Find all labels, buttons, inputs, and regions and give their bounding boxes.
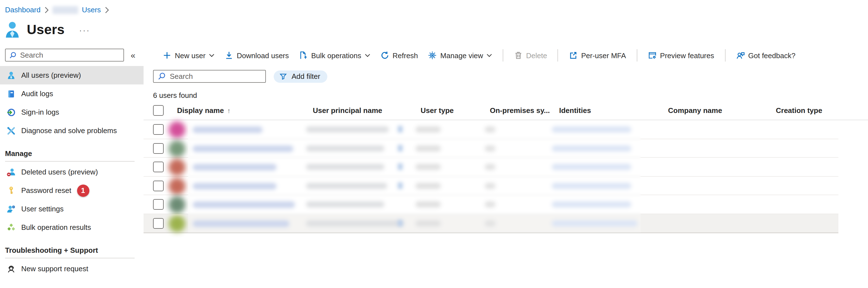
per-user-mfa-button[interactable]: Per-user MFA [564, 47, 631, 64]
add-filter-button[interactable]: Add filter [274, 70, 328, 83]
row-checkbox[interactable] [153, 124, 164, 135]
redacted-user-principal-name [306, 182, 387, 189]
main-content: New user Download users [144, 43, 868, 278]
avatar [169, 177, 185, 194]
row-checkbox[interactable] [153, 143, 164, 153]
redacted-identities-link[interactable] [552, 145, 631, 151]
sidebar-item-diagnose[interactable]: Diagnose and solve problems [0, 121, 144, 140]
avatar [169, 215, 185, 232]
redacted-on-premises-value [485, 182, 495, 189]
diagnose-icon [7, 126, 16, 135]
download-icon [224, 51, 234, 60]
redacted-identities-link[interactable] [552, 164, 631, 170]
preview-features-icon [648, 51, 657, 60]
redacted-identities-link[interactable] [552, 220, 637, 226]
bulk-operations-button[interactable]: Bulk operations [294, 47, 375, 64]
sidebar-item-sign-in-logs[interactable]: Sign-in logs [0, 103, 144, 121]
breadcrumb-dashboard-link[interactable]: Dashboard [5, 6, 40, 14]
redacted-identities-link[interactable] [552, 182, 631, 189]
sidebar-item-all-users[interactable]: All users (preview) [0, 66, 144, 84]
sidebar-item-label: Audit logs [21, 89, 53, 98]
row-checkbox[interactable] [153, 180, 164, 191]
delete-button[interactable]: Delete [509, 47, 552, 64]
sidebar-item-password-reset[interactable]: Password reset 1 [0, 181, 144, 200]
column-header-creation-type[interactable]: Creation type [776, 106, 822, 115]
sidebar-item-bulk-operation-results[interactable]: Bulk operation results [0, 218, 144, 236]
redacted-user-principal-name [306, 201, 384, 207]
collapse-sidebar-button[interactable]: « [131, 50, 135, 60]
redacted-user-type [415, 220, 441, 226]
column-header-company-name[interactable]: Company name [668, 106, 722, 115]
deleted-user-icon [7, 168, 16, 176]
preview-features-button[interactable]: Preview features [643, 47, 719, 64]
column-header-display-name[interactable]: Display name↑ [177, 106, 231, 115]
column-header-user-principal-name[interactable]: User principal name [313, 106, 382, 115]
users-search-input[interactable]: Search [153, 70, 266, 83]
sidebar-item-label: Deleted users (preview) [21, 168, 98, 176]
column-header-identities[interactable]: Identities [559, 106, 591, 115]
table-row[interactable] [144, 176, 838, 195]
redacted-display-name-link[interactable] [193, 220, 289, 227]
more-options-button[interactable]: ··· [79, 26, 90, 35]
chevron-right-icon [105, 6, 108, 13]
button-label: Download users [237, 51, 289, 60]
select-all-checkbox[interactable] [153, 105, 164, 116]
redacted-display-name-link[interactable] [193, 145, 293, 152]
table-row[interactable] [144, 120, 838, 139]
refresh-button[interactable]: Refresh [375, 47, 423, 64]
redacted-identities-link[interactable] [552, 126, 631, 133]
table-body [144, 120, 838, 233]
sidebar-item-new-support-request[interactable]: New support request [0, 259, 144, 278]
table-row[interactable] [144, 195, 838, 214]
column-header-user-type[interactable]: User type [421, 106, 454, 115]
table-row[interactable] [144, 214, 838, 233]
redacted-display-name-link[interactable] [193, 126, 262, 133]
download-users-button[interactable]: Download users [219, 47, 294, 64]
redacted-on-premises-value [485, 164, 495, 170]
avatar [169, 140, 185, 157]
sidebar-item-user-settings[interactable]: User settings [0, 200, 144, 218]
button-label: Manage view [440, 51, 483, 60]
avatar [169, 121, 185, 138]
table-row[interactable] [144, 139, 838, 158]
new-user-button[interactable]: New user [157, 47, 219, 64]
row-checkbox[interactable] [153, 199, 164, 210]
sidebar-item-label: New support request [21, 264, 88, 273]
breadcrumb-users-link[interactable]: Users [82, 6, 101, 14]
chevron-down-icon [365, 54, 370, 57]
redacted-display-name-link[interactable] [193, 201, 295, 208]
user-icon [7, 71, 16, 80]
sidebar-item-audit-logs[interactable]: Audit logs [0, 84, 144, 103]
row-checkbox[interactable] [153, 218, 164, 228]
redacted-user-type [415, 145, 441, 151]
divider [5, 161, 134, 162]
column-header-on-premises[interactable]: On-premises sy... [490, 106, 550, 115]
redacted-identities-link[interactable] [552, 201, 631, 207]
button-label: Refresh [393, 51, 418, 60]
table-row[interactable] [144, 158, 838, 176]
results-count: 6 users found [153, 91, 868, 100]
redacted-user-type [415, 201, 441, 207]
key-icon [7, 186, 16, 195]
command-bar: New user Download users [153, 43, 868, 68]
sidebar-item-label: All users (preview) [21, 71, 81, 79]
search-placeholder: Search [170, 72, 193, 81]
redacted-on-premises-value [485, 201, 495, 207]
redacted-on-premises-value [485, 126, 495, 133]
got-feedback-button[interactable]: Got feedback? [731, 47, 800, 64]
row-checkbox[interactable] [153, 162, 164, 172]
redacted-user-type [415, 182, 441, 189]
sidebar-item-label: Bulk operation results [21, 223, 91, 232]
sidebar-search-input[interactable]: Search [5, 49, 124, 61]
sidebar-section-troubleshooting: Troubleshooting + Support [0, 245, 144, 255]
redacted-user-principal-name [306, 126, 389, 133]
chevron-down-icon [487, 54, 492, 57]
sign-in-logs-icon [7, 108, 16, 117]
sidebar-item-deleted-users[interactable]: Deleted users (preview) [0, 163, 144, 181]
manage-view-button[interactable]: Manage view [423, 47, 497, 64]
redacted-display-name-link[interactable] [193, 164, 277, 171]
button-label: Delete [526, 51, 547, 60]
redacted-display-name-link[interactable] [193, 182, 277, 189]
breadcrumb: Dashboard Users [0, 0, 868, 14]
redacted-user-principal-name [306, 145, 384, 151]
